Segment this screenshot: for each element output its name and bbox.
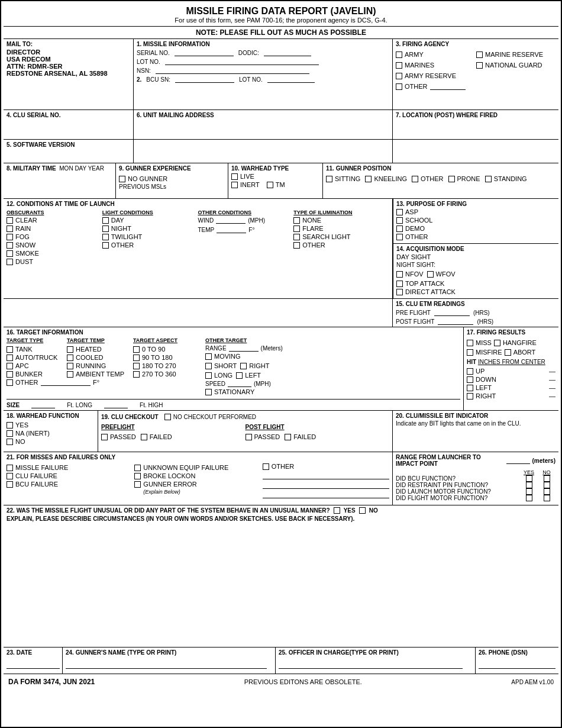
nfov-checkbox[interactable] bbox=[396, 271, 403, 278]
right-checkbox[interactable] bbox=[240, 363, 247, 369]
running-checkbox[interactable] bbox=[67, 363, 73, 369]
night-checkbox[interactable] bbox=[102, 226, 109, 232]
bcu-sn-input[interactable] bbox=[175, 76, 234, 83]
heated-checkbox[interactable] bbox=[67, 346, 73, 353]
asp-checkbox[interactable] bbox=[396, 209, 403, 215]
none-checkbox[interactable] bbox=[293, 217, 300, 224]
0-90-checkbox[interactable] bbox=[133, 346, 140, 353]
other-failure-input3[interactable] bbox=[263, 491, 389, 498]
bcu-failure-checkbox[interactable] bbox=[7, 481, 13, 488]
other-agency-checkbox[interactable] bbox=[396, 83, 402, 90]
long-checkbox[interactable] bbox=[205, 372, 212, 379]
lot-no2-input[interactable] bbox=[267, 76, 315, 83]
dust-checkbox[interactable] bbox=[7, 259, 13, 265]
abort-checkbox[interactable] bbox=[505, 349, 511, 356]
apc-checkbox[interactable] bbox=[7, 363, 13, 369]
serial-input[interactable] bbox=[175, 49, 234, 56]
no-gunner-checkbox[interactable] bbox=[119, 176, 125, 182]
nsn-input[interactable] bbox=[156, 67, 309, 74]
launch-motor-no-checkbox[interactable] bbox=[544, 488, 550, 495]
restraint-yes-checkbox[interactable] bbox=[526, 482, 532, 488]
temp-cond-input[interactable] bbox=[217, 226, 246, 233]
left-result-checkbox[interactable] bbox=[467, 385, 473, 391]
search-light-checkbox[interactable] bbox=[293, 234, 300, 240]
other-pos-checkbox[interactable] bbox=[412, 176, 418, 182]
twilight-checkbox[interactable] bbox=[102, 234, 109, 240]
other-illum-checkbox[interactable] bbox=[293, 242, 300, 249]
clu-failure-checkbox[interactable] bbox=[7, 473, 13, 479]
bunker-checkbox[interactable] bbox=[7, 371, 13, 378]
up-checkbox[interactable] bbox=[467, 368, 473, 375]
missile-failure-checkbox[interactable] bbox=[7, 465, 13, 471]
phone-input[interactable] bbox=[479, 662, 555, 669]
no-checkout-checkbox[interactable] bbox=[164, 414, 171, 420]
smoke-checkbox[interactable] bbox=[7, 250, 13, 257]
launch-motor-yes-checkbox[interactable] bbox=[526, 488, 532, 495]
flight-motor-no-checkbox[interactable] bbox=[544, 495, 550, 501]
prone-checkbox[interactable] bbox=[448, 176, 455, 182]
other-light-checkbox[interactable] bbox=[102, 242, 109, 249]
right-result-checkbox[interactable] bbox=[467, 393, 473, 400]
direct-attack-checkbox[interactable] bbox=[396, 289, 403, 295]
rain-checkbox[interactable] bbox=[7, 226, 13, 232]
dodic-input[interactable] bbox=[264, 49, 311, 56]
sitting-checkbox[interactable] bbox=[326, 176, 332, 182]
date-input[interactable] bbox=[7, 662, 60, 669]
bcu-yes-checkbox[interactable] bbox=[526, 475, 532, 482]
preflight-passed-checkbox[interactable] bbox=[101, 434, 108, 440]
section22-textarea[interactable] bbox=[7, 522, 555, 629]
short-checkbox[interactable] bbox=[205, 363, 212, 369]
misfire-checkbox[interactable] bbox=[467, 349, 473, 356]
tm-checkbox[interactable] bbox=[267, 182, 273, 188]
national-guard-checkbox[interactable] bbox=[476, 62, 483, 69]
90-180-checkbox[interactable] bbox=[133, 355, 140, 361]
tank-checkbox[interactable] bbox=[7, 346, 13, 353]
gunner-error-checkbox[interactable] bbox=[134, 481, 141, 488]
270-360-checkbox[interactable] bbox=[133, 371, 140, 378]
marines-checkbox[interactable] bbox=[396, 62, 402, 69]
temp-f-input[interactable] bbox=[67, 379, 91, 386]
moving-checkbox[interactable] bbox=[205, 353, 212, 360]
ambient-temp-checkbox[interactable] bbox=[67, 371, 73, 378]
other-target-checkbox[interactable] bbox=[7, 379, 13, 386]
lot-input[interactable] bbox=[165, 58, 319, 65]
army-checkbox[interactable] bbox=[396, 51, 402, 58]
wf-na-checkbox[interactable] bbox=[7, 430, 13, 437]
flight-motor-yes-checkbox[interactable] bbox=[526, 495, 532, 501]
180-270-checkbox[interactable] bbox=[133, 363, 140, 369]
range-launcher-input[interactable] bbox=[506, 457, 530, 464]
snow-checkbox[interactable] bbox=[7, 242, 13, 249]
day-checkbox[interactable] bbox=[102, 217, 109, 224]
other-failure-input2[interactable] bbox=[263, 482, 389, 489]
preflight-failed-checkbox[interactable] bbox=[141, 434, 147, 440]
cooled-checkbox[interactable] bbox=[67, 355, 73, 361]
inert-checkbox[interactable] bbox=[231, 182, 238, 188]
size-high-input[interactable] bbox=[104, 401, 128, 408]
marine-reserve-checkbox[interactable] bbox=[476, 51, 483, 58]
kneeling-checkbox[interactable] bbox=[365, 176, 372, 182]
size-long-input[interactable] bbox=[31, 401, 55, 408]
down-checkbox[interactable] bbox=[467, 376, 473, 383]
left-checkbox[interactable] bbox=[236, 372, 243, 379]
miss-checkbox[interactable] bbox=[467, 340, 473, 346]
other-failure-input1[interactable] bbox=[263, 472, 389, 479]
live-checkbox[interactable] bbox=[231, 173, 238, 180]
gunner-name-input[interactable] bbox=[66, 662, 267, 669]
wind-input[interactable] bbox=[216, 217, 246, 224]
demo-checkbox[interactable] bbox=[396, 226, 403, 232]
other-agency-input[interactable] bbox=[430, 83, 466, 90]
postflight-failed-checkbox[interactable] bbox=[285, 434, 291, 440]
army-reserve-checkbox[interactable] bbox=[396, 73, 402, 79]
standing-checkbox[interactable] bbox=[485, 176, 492, 182]
range-input[interactable] bbox=[229, 344, 259, 352]
speed-input[interactable] bbox=[228, 380, 251, 387]
wfov-checkbox[interactable] bbox=[427, 271, 434, 278]
auto-truck-checkbox[interactable] bbox=[7, 355, 13, 361]
other-target-input[interactable] bbox=[41, 379, 70, 386]
unusual-yes-checkbox[interactable] bbox=[334, 507, 340, 514]
stationary-checkbox[interactable] bbox=[205, 389, 212, 395]
unusual-no-checkbox[interactable] bbox=[359, 507, 366, 514]
unknown-equip-checkbox[interactable] bbox=[134, 465, 141, 471]
broke-lockon-checkbox[interactable] bbox=[134, 473, 141, 479]
pre-flight-input[interactable] bbox=[434, 309, 470, 316]
